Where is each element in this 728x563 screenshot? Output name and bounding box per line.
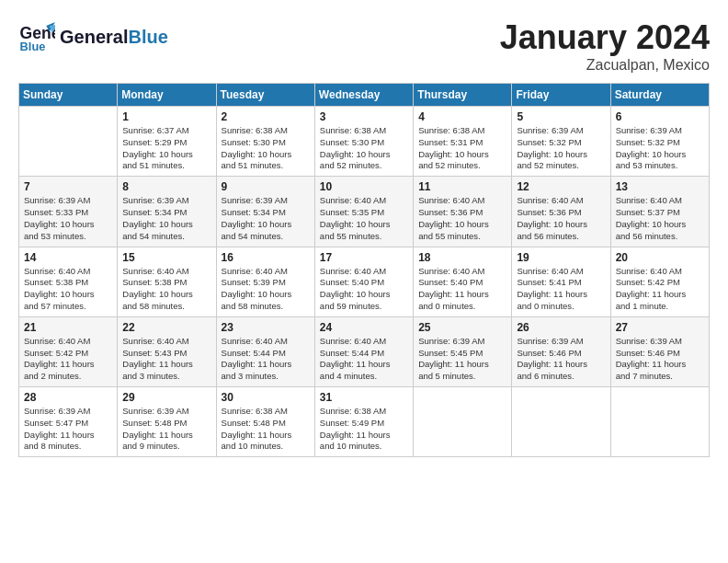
day-info: Sunrise: 6:39 AMSunset: 5:47 PMDaylight:… [24,406,112,453]
day-info: Sunrise: 6:40 AMSunset: 5:35 PMDaylight:… [320,195,408,242]
day-number: 2 [222,110,310,123]
day-number: 19 [517,251,605,264]
day-info: Sunrise: 6:40 AMSunset: 5:39 PMDaylight:… [222,266,310,313]
day-number: 17 [320,251,408,264]
day-info: Sunrise: 6:37 AMSunset: 5:29 PMDaylight:… [122,125,210,172]
day-info: Sunrise: 6:40 AMSunset: 5:44 PMDaylight:… [320,336,408,383]
day-number: 30 [222,391,310,404]
calendar-week-row: 14Sunrise: 6:40 AMSunset: 5:38 PMDayligh… [19,247,710,316]
day-number: 14 [24,251,112,264]
day-number: 8 [122,180,210,193]
calendar-day-cell: 7Sunrise: 6:39 AMSunset: 5:33 PMDaylight… [19,177,118,247]
day-number: 31 [320,391,408,404]
calendar-day-cell: 22Sunrise: 6:40 AMSunset: 5:43 PMDayligh… [118,316,216,386]
calendar-day-cell: 15Sunrise: 6:40 AMSunset: 5:38 PMDayligh… [118,247,216,316]
calendar-day-cell: 4Sunrise: 6:38 AMSunset: 5:31 PMDaylight… [414,107,512,177]
day-info: Sunrise: 6:38 AMSunset: 5:48 PMDaylight:… [222,406,310,453]
day-number: 12 [517,180,605,193]
svg-text:Blue: Blue [20,40,46,53]
day-number: 11 [418,180,506,193]
logo-icon: General Blue [18,18,55,55]
day-info: Sunrise: 6:38 AMSunset: 5:49 PMDaylight:… [320,406,408,453]
day-info: Sunrise: 6:40 AMSunset: 5:42 PMDaylight:… [24,336,112,383]
day-of-week-header: Thursday [414,84,512,107]
day-info: Sunrise: 6:39 AMSunset: 5:34 PMDaylight:… [122,195,210,242]
day-number: 9 [222,180,310,193]
calendar-week-row: 21Sunrise: 6:40 AMSunset: 5:42 PMDayligh… [19,316,710,386]
day-info: Sunrise: 6:39 AMSunset: 5:45 PMDaylight:… [418,336,506,383]
day-info: Sunrise: 6:40 AMSunset: 5:38 PMDaylight:… [122,266,210,313]
calendar-day-cell: 3Sunrise: 6:38 AMSunset: 5:30 PMDaylight… [314,107,413,177]
day-number: 16 [222,251,310,264]
calendar-day-cell: 21Sunrise: 6:40 AMSunset: 5:42 PMDayligh… [19,316,118,386]
title-block: January 2024 Zacualpan, Mexico [500,18,710,74]
calendar-day-cell [512,387,610,457]
day-info: Sunrise: 6:40 AMSunset: 5:42 PMDaylight:… [616,266,704,313]
day-info: Sunrise: 6:39 AMSunset: 5:32 PMDaylight:… [616,125,704,172]
calendar-day-cell [19,107,118,177]
calendar-day-cell [610,387,709,457]
calendar-day-cell: 12Sunrise: 6:40 AMSunset: 5:36 PMDayligh… [512,177,610,247]
month-title: January 2024 [500,18,710,57]
logo: General Blue GeneralBlue [18,18,168,55]
day-info: Sunrise: 6:38 AMSunset: 5:30 PMDaylight:… [222,125,310,172]
day-info: Sunrise: 6:40 AMSunset: 5:37 PMDaylight:… [616,195,704,242]
day-number: 6 [616,110,704,123]
calendar-day-cell: 1Sunrise: 6:37 AMSunset: 5:29 PMDaylight… [118,107,216,177]
day-of-week-header: Friday [512,84,610,107]
location: Zacualpan, Mexico [500,57,710,74]
day-number: 1 [122,110,210,123]
day-info: Sunrise: 6:39 AMSunset: 5:32 PMDaylight:… [517,125,605,172]
day-number: 15 [122,251,210,264]
day-number: 27 [616,321,704,334]
day-number: 24 [320,321,408,334]
day-info: Sunrise: 6:40 AMSunset: 5:41 PMDaylight:… [517,266,605,313]
day-info: Sunrise: 6:40 AMSunset: 5:43 PMDaylight:… [122,336,210,383]
calendar-day-cell: 13Sunrise: 6:40 AMSunset: 5:37 PMDayligh… [610,177,709,247]
day-info: Sunrise: 6:40 AMSunset: 5:40 PMDaylight:… [320,266,408,313]
calendar-week-row: 28Sunrise: 6:39 AMSunset: 5:47 PMDayligh… [19,387,710,457]
day-number: 5 [517,110,605,123]
day-of-week-header: Sunday [19,84,118,107]
calendar-day-cell: 24Sunrise: 6:40 AMSunset: 5:44 PMDayligh… [314,316,413,386]
calendar-day-cell: 23Sunrise: 6:40 AMSunset: 5:44 PMDayligh… [216,316,314,386]
day-number: 22 [122,321,210,334]
calendar-day-cell: 11Sunrise: 6:40 AMSunset: 5:36 PMDayligh… [414,177,512,247]
day-number: 20 [616,251,704,264]
calendar-week-row: 1Sunrise: 6:37 AMSunset: 5:29 PMDaylight… [19,107,710,177]
calendar-week-row: 7Sunrise: 6:39 AMSunset: 5:33 PMDaylight… [19,177,710,247]
day-of-week-header: Wednesday [314,84,413,107]
calendar-day-cell: 25Sunrise: 6:39 AMSunset: 5:45 PMDayligh… [414,316,512,386]
day-number: 21 [24,321,112,334]
day-number: 25 [418,321,506,334]
day-info: Sunrise: 6:40 AMSunset: 5:38 PMDaylight:… [24,266,112,313]
calendar-day-cell [414,387,512,457]
calendar-table: SundayMondayTuesdayWednesdayThursdayFrid… [18,83,710,457]
calendar-day-cell: 29Sunrise: 6:39 AMSunset: 5:48 PMDayligh… [118,387,216,457]
day-info: Sunrise: 6:39 AMSunset: 5:33 PMDaylight:… [24,195,112,242]
calendar-day-cell: 10Sunrise: 6:40 AMSunset: 5:35 PMDayligh… [314,177,413,247]
day-info: Sunrise: 6:40 AMSunset: 5:36 PMDaylight:… [517,195,605,242]
page-header: General Blue GeneralBlue January 2024 Za… [18,18,710,74]
day-number: 28 [24,391,112,404]
calendar-day-cell: 17Sunrise: 6:40 AMSunset: 5:40 PMDayligh… [314,247,413,316]
calendar-day-cell: 16Sunrise: 6:40 AMSunset: 5:39 PMDayligh… [216,247,314,316]
day-of-week-header: Saturday [610,84,709,107]
calendar-day-cell: 28Sunrise: 6:39 AMSunset: 5:47 PMDayligh… [19,387,118,457]
day-of-week-header: Tuesday [216,84,314,107]
calendar-day-cell: 26Sunrise: 6:39 AMSunset: 5:46 PMDayligh… [512,316,610,386]
day-info: Sunrise: 6:40 AMSunset: 5:36 PMDaylight:… [418,195,506,242]
day-info: Sunrise: 6:40 AMSunset: 5:44 PMDaylight:… [222,336,310,383]
calendar-day-cell: 27Sunrise: 6:39 AMSunset: 5:46 PMDayligh… [610,316,709,386]
day-info: Sunrise: 6:39 AMSunset: 5:46 PMDaylight:… [616,336,704,383]
day-number: 7 [24,180,112,193]
calendar-day-cell: 8Sunrise: 6:39 AMSunset: 5:34 PMDaylight… [118,177,216,247]
calendar-day-cell: 31Sunrise: 6:38 AMSunset: 5:49 PMDayligh… [314,387,413,457]
calendar-day-cell: 9Sunrise: 6:39 AMSunset: 5:34 PMDaylight… [216,177,314,247]
day-info: Sunrise: 6:38 AMSunset: 5:31 PMDaylight:… [418,125,506,172]
calendar-day-cell: 2Sunrise: 6:38 AMSunset: 5:30 PMDaylight… [216,107,314,177]
day-info: Sunrise: 6:39 AMSunset: 5:34 PMDaylight:… [222,195,310,242]
day-number: 18 [418,251,506,264]
day-number: 4 [418,110,506,123]
calendar-day-cell: 20Sunrise: 6:40 AMSunset: 5:42 PMDayligh… [610,247,709,316]
